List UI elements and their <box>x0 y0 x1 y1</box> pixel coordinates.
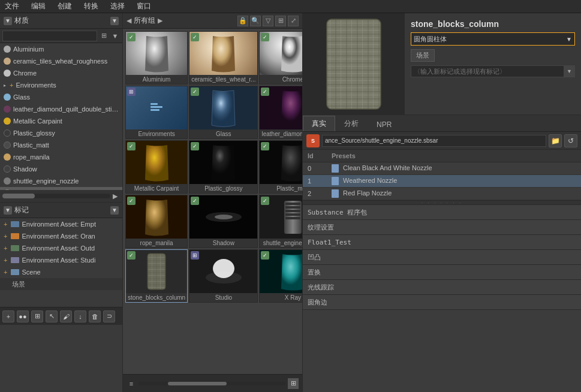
tab-npr[interactable]: NPR <box>368 117 401 131</box>
grid-btn[interactable]: ⊞ <box>31 310 43 322</box>
tag-env-outdoor[interactable]: + Environment Asset: Outd <box>0 242 122 254</box>
link-btn[interactable]: ⊃ <box>103 310 115 322</box>
mat-item-aluminium[interactable]: Aluminium <box>0 43 122 55</box>
menu-file[interactable]: 文件 <box>2 1 22 11</box>
search-icon-btn[interactable]: ⊞ <box>99 31 109 41</box>
list-icon-btn[interactable]: ≡ <box>127 379 136 388</box>
mat-item-plastic-matt[interactable]: Plastic_matt <box>0 139 122 151</box>
menu-edit[interactable]: 编辑 <box>29 1 48 11</box>
tab-real[interactable]: 真实 <box>303 116 335 131</box>
material-list[interactable]: Aluminium ceramic_tiles_wheat_roughness … <box>0 43 122 190</box>
menu-create[interactable]: 创建 <box>55 1 74 11</box>
mat-dot <box>4 165 11 173</box>
center-h-scrollbar[interactable] <box>139 382 285 385</box>
mat-item-rope[interactable]: rope_manila <box>0 151 122 163</box>
menu-select[interactable]: 选择 <box>108 1 127 11</box>
prop-section-bump: 凹凸 <box>303 250 581 265</box>
grid-item-leather[interactable]: ✓ leather_diamond_quil... <box>259 86 302 139</box>
grid-item-studio[interactable]: ⊞ Studio <box>189 249 258 303</box>
reload-btn[interactable]: ↺ <box>564 134 577 147</box>
grid-item-ceramic[interactable]: ✓ ceramic_tiles_wheat_r... <box>189 31 258 85</box>
filter-icon-btn[interactable]: ▼ <box>110 31 120 41</box>
grid-item-plastic-glossy[interactable]: ✓ Plastic_glossy <box>189 140 258 194</box>
env-orange-icon <box>11 233 19 239</box>
prop-header-raytracing[interactable]: 光线跟踪 <box>303 280 581 294</box>
browse-btn[interactable]: 📁 <box>549 134 562 147</box>
grid-item-plastic-matt[interactable]: ✓ Plastic_matt <box>259 140 302 194</box>
lock-icon[interactable]: 🔒 <box>237 16 248 26</box>
mat-dot <box>4 58 11 65</box>
prop-section-substance: Substance 程序包 <box>303 205 581 220</box>
grid-item-glass[interactable]: ✓ Glass <box>189 86 258 139</box>
mat-item-plastic-glossy[interactable]: Plastic_glossy <box>0 127 122 139</box>
mat-item-metallic[interactable]: Metallic Carpaint <box>0 115 122 127</box>
svg-rect-0 <box>150 106 162 108</box>
tag-input-field[interactable] <box>411 65 564 77</box>
arrow-down-btn[interactable]: ↓ <box>74 310 86 322</box>
preset-row-0[interactable]: 0 Clean Black And White Nozzle <box>303 162 581 175</box>
preset-icon <box>332 164 339 173</box>
cursor-btn[interactable]: ↖ <box>46 310 58 322</box>
material-section-toggle[interactable]: ▼ <box>4 17 12 25</box>
sphere-btn[interactable]: ●● <box>17 310 29 322</box>
display-icon[interactable]: ⊞ <box>275 16 286 26</box>
mat-item-glass[interactable]: Glass <box>0 91 122 103</box>
grid-item-xray[interactable]: ✓ X Ray <box>259 249 302 303</box>
prop-header-displacement[interactable]: 置换 <box>303 265 581 279</box>
mat-item-shadow[interactable]: Shadow <box>0 163 122 175</box>
prop-header-texture[interactable]: 纹理设置 <box>303 220 581 234</box>
prop-header-roundedge[interactable]: 圆角边 <box>303 295 581 309</box>
grid-item-metallic[interactable]: ✓ Metallic Carpaint <box>125 140 188 194</box>
tag-env-studio[interactable]: + Environment Asset: Studi <box>0 254 122 266</box>
mat-item-ceramic[interactable]: ceramic_tiles_wheat_roughness <box>0 55 122 67</box>
tag-dropdown-btn[interactable]: ▼ <box>564 65 575 77</box>
grid-item-aluminium[interactable]: ✓ Aluminium <box>125 31 188 85</box>
grid-item-shadow[interactable]: ✓ Shadow <box>189 195 258 248</box>
material-grid[interactable]: ✓ Aluminium ✓ ceramic_ <box>123 29 302 374</box>
mat-h-scrollbar[interactable] <box>2 194 110 198</box>
grid-item-stone[interactable]: ✓ stone_blocks_ <box>125 249 188 303</box>
substance-logo: S <box>306 134 320 147</box>
scene-child-item[interactable]: 场景 <box>0 278 122 290</box>
menu-window[interactable]: 窗口 <box>134 1 153 11</box>
tab-analysis[interactable]: 分析 <box>335 116 368 131</box>
center-panel: ◀ 所有组 ▶ 🔒 🔍 ▽ ⊞ ⤢ ✓ <box>123 13 303 392</box>
tags-section-toggle[interactable]: ▼ <box>4 206 12 215</box>
search-center-icon[interactable]: 🔍 <box>250 16 261 26</box>
grid-item-rope[interactable]: ✓ rope_manila <box>125 195 188 248</box>
grid-item-shuttle[interactable]: ✓ shuttle_engine_nozzle <box>259 195 302 248</box>
shape-dropdown[interactable]: 圆角圆柱体 ▼ <box>411 32 575 46</box>
prop-header-bump[interactable]: 凹凸 <box>303 250 581 264</box>
preset-row-1[interactable]: 1 Weathered Nozzle <box>303 175 581 188</box>
trash-btn[interactable]: 🗑 <box>89 310 101 322</box>
add-btn[interactable]: + <box>2 310 14 322</box>
paint-btn[interactable]: 🖌 <box>60 310 72 322</box>
filter-center-icon[interactable]: ▽ <box>263 16 273 26</box>
grid-toggle-btn[interactable]: ⊞ <box>288 378 299 389</box>
prop-section-texture: 纹理设置 <box>303 220 581 235</box>
grid-item-environments[interactable]: ⊞ Environments <box>125 86 188 139</box>
material-search-input[interactable] <box>2 31 97 41</box>
material-dropdown-btn[interactable]: ▼ <box>110 17 119 25</box>
tags-dropdown-btn[interactable]: ▼ <box>110 206 119 215</box>
tag-env-empty[interactable]: + Environment Asset: Empt <box>0 218 122 230</box>
mat-dot <box>4 141 11 149</box>
mat-dot <box>4 46 11 53</box>
preset-row-2[interactable]: 2 Red Flap Nozzle <box>303 188 581 200</box>
check-icon: ✓ <box>261 88 269 96</box>
tag-scene[interactable]: + Scene <box>0 266 122 278</box>
expand-icon[interactable]: ⤢ <box>288 16 299 26</box>
mat-item-leather[interactable]: leather_diamond_quilt_double_stitch <box>0 103 122 115</box>
mat-item-shuttle[interactable]: shuttle_engine_nozzle <box>0 175 122 187</box>
mat-item-environments[interactable]: ▸ + Environments <box>0 79 122 91</box>
prop-header-substance[interactable]: Substance 程序包 <box>303 205 581 219</box>
preset-icon <box>332 189 339 198</box>
prop-header-float[interactable]: Float1_Test <box>303 235 581 249</box>
mat-scroll-right[interactable]: ▶ <box>110 191 120 201</box>
menu-convert[interactable]: 转换 <box>82 1 101 11</box>
check-icon: ✓ <box>127 251 136 260</box>
tag-env-orange[interactable]: + Environment Asset: Oran <box>0 230 122 242</box>
grid-item-chrome[interactable]: ✓ Chrome <box>259 31 302 85</box>
grid-label-ceramic: ceramic_tiles_wheat_r... <box>189 75 257 84</box>
mat-item-chrome[interactable]: Chrome <box>0 67 122 79</box>
